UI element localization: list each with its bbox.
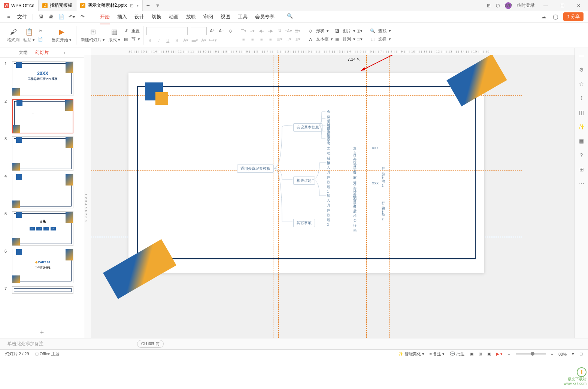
view-play-icon[interactable]: ▶ ▾ xyxy=(496,352,503,356)
paste-button[interactable]: 📋粘贴 ▾ xyxy=(22,27,36,43)
thumbnails[interactable]: 120XX工作总结汇报PPT模板 2┌─├─├─└─ 3 4 5目录010203… xyxy=(0,58,84,327)
login-label[interactable]: 临时登录 xyxy=(517,2,535,9)
underline-icon[interactable]: U xyxy=(164,37,171,43)
align-right-icon[interactable]: ≡ xyxy=(258,36,265,42)
columns-icon[interactable]: ▥▾ xyxy=(276,36,283,42)
save-icon[interactable]: 🖫 xyxy=(36,13,45,21)
arrange-button[interactable]: ▦排列 ▾ xyxy=(334,36,355,42)
star-icon[interactable]: ☆ xyxy=(578,80,585,88)
comments-button[interactable]: 💬 批注 xyxy=(450,351,464,357)
picture-button[interactable]: 🖼图片 ▾ xyxy=(334,28,355,34)
collapse-icon[interactable]: ‹ xyxy=(64,50,65,55)
section-button[interactable]: ▤节 ▾ xyxy=(122,36,140,42)
tab-slideshow[interactable]: 放映 xyxy=(186,12,196,22)
tab-tools[interactable]: 工具 xyxy=(238,12,248,22)
bullets-icon[interactable]: ☰▾ xyxy=(240,28,247,34)
text-dir-icon[interactable]: ↕A▾ xyxy=(285,28,292,34)
tab-wps[interactable]: W WPS Office xyxy=(0,0,39,11)
align-center-icon[interactable]: ≡ xyxy=(249,36,256,42)
share-button[interactable]: ⤴ 分享 xyxy=(563,12,584,21)
italic-icon[interactable]: I xyxy=(155,37,162,43)
thumb-2[interactable]: ┌─├─├─└─ xyxy=(12,99,73,133)
align-left-icon[interactable]: ≡ xyxy=(240,36,247,42)
view-reading-icon[interactable]: ▣ xyxy=(487,352,491,356)
thumb-1[interactable]: 20XX工作总结汇报PPT模板 xyxy=(12,61,73,96)
convert-icon[interactable]: ⬚▾ xyxy=(285,36,292,42)
zoom-dropdown-icon[interactable]: ▾ xyxy=(572,352,574,356)
view-normal-icon[interactable]: ▣ xyxy=(470,352,473,356)
undo-icon[interactable]: ↶▾ xyxy=(68,13,76,21)
reset-button[interactable]: ↺重置 xyxy=(122,28,140,34)
tab-view[interactable]: 视图 xyxy=(221,12,230,22)
tab-review[interactable]: 审阅 xyxy=(203,12,213,22)
inc-font-icon[interactable]: A⁺ xyxy=(209,28,216,34)
tab-document[interactable]: P 演示文稿素材2.pptx ⊡ ▾ xyxy=(76,0,143,11)
thumb-6[interactable]: ◆ PART 01工作情况概述 xyxy=(12,249,73,283)
zoom-value[interactable]: 80% xyxy=(558,352,567,356)
strike-icon[interactable]: S xyxy=(173,37,180,43)
size-select[interactable] xyxy=(190,27,207,35)
tab-animation[interactable]: 动画 xyxy=(169,12,179,22)
beautify-button[interactable]: ✨ 智能美化 ▾ xyxy=(398,351,424,357)
tools-icon[interactable]: ⊞ xyxy=(578,166,585,173)
view-sorter-icon[interactable]: ⊞ xyxy=(479,352,482,356)
notes-button[interactable]: ≡ 备注 ▾ xyxy=(430,351,445,357)
zoom-slider[interactable] xyxy=(516,353,546,355)
more-icon[interactable]: ⋯ xyxy=(578,180,585,187)
redo-icon[interactable]: ↷ xyxy=(78,13,87,21)
maximize-button[interactable]: ☐ xyxy=(557,0,568,11)
preview-icon[interactable]: 📄 xyxy=(57,13,66,21)
menu-icon[interactable]: ≡ xyxy=(4,13,13,21)
thumb-5[interactable]: 目录01020304 xyxy=(12,211,73,246)
grid-icon[interactable]: ⊞ xyxy=(487,3,491,8)
cut-button[interactable]: ✂ xyxy=(37,28,44,34)
zoom-out-icon[interactable]: − xyxy=(508,352,510,356)
cloud-icon[interactable]: ☁ xyxy=(539,13,548,21)
align-top-icon[interactable]: ⬒▾ xyxy=(294,28,301,34)
help-icon[interactable]: ◯ xyxy=(551,13,560,21)
help-icon[interactable]: ? xyxy=(578,151,585,159)
numbering-icon[interactable]: ≡▾ xyxy=(249,28,256,34)
tab-transition[interactable]: 切换 xyxy=(152,12,161,22)
fit-icon[interactable]: ⊡ xyxy=(579,352,583,356)
select-button[interactable]: ⬚选择 ▾ xyxy=(369,36,391,42)
tab-insert[interactable]: 插入 xyxy=(117,12,127,22)
dec-font-icon[interactable]: A⁻ xyxy=(218,28,225,34)
font-color-icon[interactable]: A▾ xyxy=(182,37,189,43)
file-menu[interactable]: 文件 xyxy=(15,13,29,20)
align-justify-icon[interactable]: ≡ xyxy=(267,36,274,42)
clear-format-icon[interactable]: ◇ xyxy=(227,28,234,34)
highlight-icon[interactable]: ▬▾ xyxy=(191,37,198,43)
close-icon[interactable]: ⊡ xyxy=(129,3,134,8)
avatar[interactable]: WP xyxy=(505,2,512,9)
find-button[interactable]: 🔍查找 ▾ xyxy=(369,28,391,34)
cube-icon[interactable]: ⬡ xyxy=(496,3,500,8)
close-button[interactable]: ✕ xyxy=(573,0,584,11)
minus-icon[interactable]: — xyxy=(578,52,585,59)
smartart-icon[interactable]: ◫▾ xyxy=(294,36,301,42)
search-icon[interactable]: 🔍 xyxy=(286,12,294,20)
shape-button[interactable]: ◇形状 ▾ xyxy=(307,28,333,34)
indent-right-icon[interactable]: ≡▶ xyxy=(267,28,274,34)
magic-icon[interactable]: ✨ xyxy=(578,123,585,130)
indent-left-icon[interactable]: ◀≡ xyxy=(258,28,265,34)
thumb-3[interactable] xyxy=(12,136,73,171)
outline-button[interactable]: ▭▾ xyxy=(356,36,363,42)
zoom-in-icon[interactable]: + xyxy=(551,352,553,356)
media-icon[interactable]: ▣ xyxy=(578,137,585,145)
new-slide-button[interactable]: ⊞新建幻灯片 ▾ xyxy=(79,27,106,43)
format-brush-button[interactable]: 🖌格式刷 xyxy=(6,27,21,43)
spacing-icon[interactable]: ⟷▾ xyxy=(209,37,216,43)
textbox-button[interactable]: A文本框 ▾ xyxy=(307,36,333,42)
font-effect-icon[interactable]: A▾ xyxy=(200,37,207,43)
ruler-vertical[interactable]: 1 2 3 4 5 6 7 8 9 xyxy=(84,55,91,338)
new-tab-button[interactable]: + xyxy=(143,2,154,9)
line-space-icon[interactable]: ⇅ xyxy=(276,28,283,34)
start-slideshow-button[interactable]: ▶当页开始 ▾ xyxy=(50,27,73,43)
slide[interactable]: 7.14 ↖ 通用会议纪要模板 会议基本信息 相关议题 其它事项 会议主题 会议… xyxy=(128,73,484,273)
settings-icon[interactable]: ⚙ xyxy=(578,66,585,73)
print-icon[interactable]: 🖶 xyxy=(47,13,55,21)
notes-bar[interactable]: 单击此处添加备注 CH ⌨ 简 xyxy=(0,338,588,349)
outline-tab[interactable]: 大纲 xyxy=(19,49,28,56)
font-select[interactable] xyxy=(146,27,188,35)
